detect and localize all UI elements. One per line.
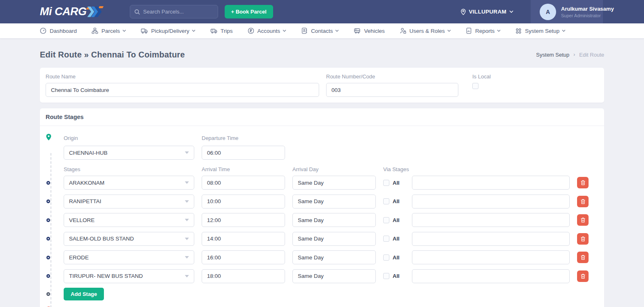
arrival-day-input[interactable] xyxy=(292,176,376,190)
via-stages-input[interactable] xyxy=(412,250,570,264)
stage-select[interactable]: VELLORE xyxy=(64,213,194,227)
user-menu[interactable]: A Arulkumar Sivasamy Super Administrator xyxy=(531,0,603,23)
logo-text: Mi CARG xyxy=(40,5,87,18)
nav-item-pickup-delivery[interactable]: Pickup/Delivery xyxy=(141,27,196,34)
origin-pin-icon xyxy=(46,133,52,142)
departure-time-label: Departure Time xyxy=(202,135,285,141)
nav-item-vehicles[interactable]: Vehicles xyxy=(354,27,384,34)
delete-stage-button[interactable] xyxy=(577,233,589,245)
chevron-down-icon xyxy=(447,30,451,32)
topbar: Mi CARG + Book Parcel VILLUPURAM xyxy=(0,0,644,23)
select-caret-icon xyxy=(185,238,189,240)
route-stages-title: Route Stages xyxy=(40,108,604,126)
arrival-time-input[interactable] xyxy=(202,232,285,246)
branch-location-selector[interactable]: VILLUPURAM xyxy=(460,9,514,15)
via-stages-input[interactable] xyxy=(412,195,570,208)
search-input[interactable] xyxy=(143,9,214,15)
trash-icon xyxy=(580,254,586,260)
breadcrumb-system-setup[interactable]: System Setup xyxy=(536,52,569,58)
arrival-day-input[interactable] xyxy=(292,269,376,283)
via-all-checkbox[interactable] xyxy=(383,180,389,186)
origin-label: Origin xyxy=(64,135,194,141)
trash-icon xyxy=(580,236,586,242)
via-stages-input[interactable] xyxy=(412,176,570,190)
is-local-checkbox[interactable] xyxy=(472,83,478,89)
chevron-down-icon xyxy=(192,30,196,32)
grid-icon xyxy=(515,28,522,34)
chevron-down-icon xyxy=(562,30,566,32)
via-stages-column-label: Via Stages xyxy=(383,166,570,172)
stage-bullet-icon xyxy=(46,256,50,259)
delete-stage-button[interactable] xyxy=(577,252,589,263)
delete-stage-button[interactable] xyxy=(577,177,589,188)
via-stages-input[interactable] xyxy=(412,213,570,227)
via-stages-input[interactable] xyxy=(412,232,570,246)
is-local-label: Is Local xyxy=(472,73,491,80)
trips-truck-icon xyxy=(210,27,217,34)
nav-item-trips[interactable]: Trips xyxy=(210,27,233,34)
location-pin-icon xyxy=(460,9,466,15)
arrival-time-input[interactable] xyxy=(202,195,285,208)
vehicles-bus-icon xyxy=(354,27,361,34)
via-all-checkbox[interactable] xyxy=(383,217,389,223)
parcel-search[interactable] xyxy=(130,5,218,18)
route-code-label: Route Number/Code xyxy=(326,73,458,80)
stage-row: SALEM-OLD BUS STAND All xyxy=(46,232,598,246)
arrival-day-input[interactable] xyxy=(292,232,376,246)
nav-item-users-roles[interactable]: Users & Roles xyxy=(400,27,451,34)
delete-stage-button[interactable] xyxy=(577,214,589,226)
via-all-checkbox[interactable] xyxy=(383,236,389,242)
add-stage-bullet-icon xyxy=(46,292,50,296)
nav-item-accounts[interactable]: Accounts xyxy=(248,27,287,34)
route-name-input[interactable] xyxy=(46,83,319,97)
arrival-day-input[interactable] xyxy=(292,250,376,264)
stage-select[interactable]: ARAKKONAM xyxy=(64,176,194,190)
via-all-checkbox[interactable] xyxy=(383,273,389,279)
add-stage-button[interactable]: Add Stage xyxy=(64,288,104,300)
nav-item-system-setup[interactable]: System Setup xyxy=(515,28,566,34)
stage-bullet-icon xyxy=(46,274,50,278)
departure-time-input[interactable] xyxy=(202,146,285,160)
stage-bullet-icon xyxy=(46,218,50,222)
arrival-time-input[interactable] xyxy=(202,269,285,283)
stage-select[interactable]: TIRUPUR- NEW BUS STAND xyxy=(64,269,194,283)
delete-stage-button[interactable] xyxy=(577,270,589,282)
arrival-time-input[interactable] xyxy=(202,250,285,264)
breadcrumb: System Setup › Edit Route xyxy=(536,52,604,58)
chevron-down-icon xyxy=(509,10,513,13)
select-caret-icon xyxy=(185,200,189,203)
nav-item-parcels[interactable]: Parcels xyxy=(92,27,126,34)
stage-row: TIRUPUR- NEW BUS STAND All xyxy=(46,269,598,283)
via-all-checkbox[interactable] xyxy=(383,198,389,204)
via-stages-input[interactable] xyxy=(412,269,570,283)
nav-item-reports[interactable]: Reports xyxy=(466,27,501,34)
arrival-day-input[interactable] xyxy=(292,213,376,227)
chevron-down-icon xyxy=(122,30,126,32)
micargo-logo[interactable]: Mi CARG xyxy=(40,5,102,18)
stage-select[interactable]: SALEM-OLD BUS STAND xyxy=(64,232,194,246)
stage-select[interactable]: RANIPETTAI xyxy=(64,195,194,208)
nav-item-dashboard[interactable]: Dashboard xyxy=(40,27,77,34)
chevron-down-icon xyxy=(497,30,501,32)
user-role: Super Administrator xyxy=(561,13,614,18)
trash-icon xyxy=(580,273,586,279)
origin-select[interactable]: CHENNAI-HUB xyxy=(64,146,194,160)
arrival-time-input[interactable] xyxy=(202,176,285,190)
stage-select[interactable]: ERODE xyxy=(64,250,194,264)
stage-row: ARAKKONAM All xyxy=(46,176,598,190)
arrival-day-column-label: Arrival Day xyxy=(292,166,376,172)
via-all-checkbox[interactable] xyxy=(383,254,389,261)
arrival-day-input[interactable] xyxy=(292,195,376,208)
route-code-input[interactable] xyxy=(326,83,458,97)
book-parcel-button[interactable]: + Book Parcel xyxy=(225,5,273,18)
arrival-time-input[interactable] xyxy=(202,213,285,227)
chevron-down-icon xyxy=(335,30,339,32)
stage-row: RANIPETTAI All xyxy=(46,195,598,208)
dashboard-icon xyxy=(40,27,46,34)
stage-bullet-icon xyxy=(46,181,50,185)
select-caret-icon xyxy=(185,219,189,221)
select-caret-icon xyxy=(185,181,189,184)
accounts-coin-icon xyxy=(248,27,254,34)
delete-stage-button[interactable] xyxy=(577,196,589,207)
nav-item-contacts[interactable]: Contacts xyxy=(301,27,339,34)
